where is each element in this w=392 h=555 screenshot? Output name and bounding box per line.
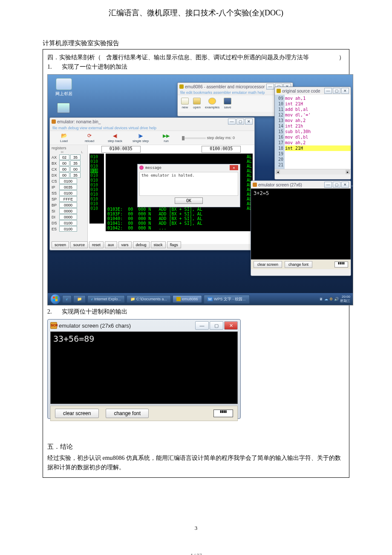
minimize-button[interactable]: — <box>324 88 332 94</box>
tray-icon[interactable]: ⚙ <box>329 297 333 301</box>
tray-icon[interactable]: ☁ <box>324 297 328 301</box>
taskbar-ie-window[interactable]: eInternet Explo... <box>87 295 125 303</box>
source-body[interactable]: 0910 1112 1314 1516 1718 1920 21 mov ah,… <box>275 95 351 169</box>
load-button[interactable]: 📂Load <box>52 133 75 143</box>
addr-box-2[interactable]: 0100:0035 <box>202 146 241 153</box>
clear-screen-button[interactable]: clear screen <box>254 261 282 268</box>
cx-h[interactable] <box>59 166 69 172</box>
ss-val[interactable] <box>59 190 77 196</box>
conclusion-body: 经过实验，初步认识 emu8086 仿真系统，能用汇编语言设计简单的程序我学会了… <box>47 453 345 472</box>
desktop-icon-label: 网上邻居 <box>54 91 74 97</box>
close-icon[interactable]: ✕ <box>230 165 238 170</box>
maximize-button[interactable]: ▢ <box>333 88 340 94</box>
run-button[interactable]: ▶▶run <box>155 133 178 143</box>
minimize-button[interactable]: — <box>195 321 209 330</box>
ie-icon: e <box>91 297 93 301</box>
minimize-button[interactable]: — <box>266 84 274 90</box>
bx-h[interactable] <box>59 160 69 166</box>
h-scrollbar[interactable]: ◂ ▸ <box>275 169 351 174</box>
computer-icon[interactable] <box>57 103 70 113</box>
desktop-icon-network[interactable]: 网上邻居 <box>54 78 74 97</box>
scroll-left-icon[interactable]: ◂ <box>276 170 280 174</box>
taskbar-emu8086[interactable]: emu8086 <box>173 295 202 303</box>
ip-val[interactable] <box>59 184 77 190</box>
stack-button[interactable]: stack <box>151 241 166 248</box>
vars-button[interactable]: vars <box>118 241 132 248</box>
examples-button[interactable]: examples <box>205 98 219 109</box>
addr-box-1[interactable]: 0100:0035 <box>101 146 141 153</box>
ok-button[interactable]: OK <box>175 198 203 204</box>
source-window[interactable]: original source code — ▢ ✕ 0910 1112 131… <box>274 87 351 180</box>
save-button[interactable]: save <box>224 98 231 109</box>
app-icon <box>277 89 281 93</box>
emulator-title: emulator: noname.bin_ <box>57 119 101 124</box>
clock[interactable]: 20:00星期三 <box>340 295 350 303</box>
screen2-output: 33+56=89 <box>50 331 238 404</box>
open-button[interactable]: open <box>193 98 201 109</box>
screenshot-1: 网上邻居 emu8086 - assembler and microproces… <box>47 74 353 305</box>
taskbar-explorer[interactable]: 📁 <box>73 295 86 303</box>
maximize-button[interactable]: ▢ <box>236 119 244 125</box>
close-button[interactable]: ✕ <box>245 119 253 125</box>
item-2-text: 实现两位十进制和的输出 <box>62 308 127 315</box>
dx-h[interactable] <box>59 172 69 178</box>
emulator-screen-window[interactable]: emulator screen (27x6) — ▢ ✕ 3+2=5 clear… <box>251 180 351 276</box>
message-body: the emulator is halted. <box>139 172 238 196</box>
flags-button[interactable]: flags <box>167 241 181 248</box>
register-es: ES <box>52 226 86 232</box>
minimize-button[interactable]: — <box>228 119 236 125</box>
si-val[interactable] <box>59 208 77 214</box>
section-4-note: 含履行结果考证、输出显示信息、图形、调试过程中所遇的问题及办理方法等 <box>106 54 309 61</box>
sp-val[interactable] <box>59 196 77 202</box>
bx-l[interactable] <box>70 160 81 166</box>
dx-l[interactable] <box>70 172 81 178</box>
reset-button[interactable]: reset <box>89 241 104 248</box>
ax-l[interactable] <box>70 154 81 160</box>
source-button[interactable]: source <box>70 241 88 248</box>
start-button[interactable] <box>50 294 61 304</box>
close-button[interactable]: ✕ <box>224 321 238 330</box>
close-button[interactable]: ✕ <box>341 88 349 94</box>
maximize-button[interactable]: ▢ <box>210 321 223 330</box>
tray-icon[interactable]: 🔊 <box>334 297 339 301</box>
di-val[interactable] <box>59 214 77 220</box>
clear-screen-button[interactable]: clear screen <box>55 409 99 418</box>
screen-button[interactable]: screen <box>52 241 69 248</box>
emulator-menu[interactable]: file math debug view external virtual de… <box>50 125 254 131</box>
taskbar-documents[interactable]: 📁C:\Documents a... <box>127 295 171 303</box>
char-slot: ▮▮▮▮ <box>334 262 348 267</box>
step-back-button[interactable]: ◀|step back <box>104 133 127 143</box>
emulator-window[interactable]: emulator: noname.bin_ — ▢ ✕ file math de… <box>49 117 255 250</box>
register-ip: IP <box>52 184 86 190</box>
ax-h[interactable] <box>59 154 69 160</box>
taskbar-ie[interactable]: e <box>62 295 72 303</box>
register-ax: AX <box>52 154 86 160</box>
scroll-right-icon[interactable]: ▸ <box>346 170 350 174</box>
screen-title: emulator screen (27x6) <box>258 183 302 187</box>
change-font-button[interactable]: change font <box>285 261 312 268</box>
aux-button[interactable]: aux <box>105 241 117 248</box>
reload-button[interactable]: ⟳reload <box>78 133 101 143</box>
bp-val[interactable] <box>59 202 77 208</box>
emu-main-title: emu8086 - assembler and microprocessor <box>185 84 265 89</box>
cx-l[interactable] <box>70 166 81 172</box>
cs-val[interactable] <box>59 178 77 184</box>
close-button[interactable]: ✕ <box>341 182 349 188</box>
maximize-button[interactable]: ▢ <box>333 182 340 188</box>
message-dialog[interactable]: message ✕ the emulator is halted. OK <box>137 164 240 207</box>
step-delay[interactable]: step delay ms: 0 <box>182 136 235 140</box>
system-tray[interactable]: 🖥 ☁ ⚙ 🔊 20:00星期三 <box>319 295 350 303</box>
new-button[interactable]: new <box>181 98 189 109</box>
mem-bytes[interactable]: 010010010010010010010010010010010010 <box>89 154 104 224</box>
taskbar-wps[interactable]: WWPS 文字 - 校园... <box>204 295 250 304</box>
svg-rect-2 <box>53 299 55 301</box>
taskbar[interactable]: e 📁 eInternet Explo... 📁C:\Documents a..… <box>48 293 353 305</box>
es-val[interactable] <box>59 226 77 232</box>
tray-icon[interactable]: 🖥 <box>319 297 323 301</box>
folder-icon: 📁 <box>130 297 135 301</box>
debug-button[interactable]: debug <box>133 241 150 248</box>
minimize-button[interactable]: — <box>324 182 332 188</box>
single-step-button[interactable]: |▶single step <box>129 133 152 143</box>
ds-val[interactable] <box>59 220 77 226</box>
change-font-button[interactable]: change font <box>106 409 149 418</box>
